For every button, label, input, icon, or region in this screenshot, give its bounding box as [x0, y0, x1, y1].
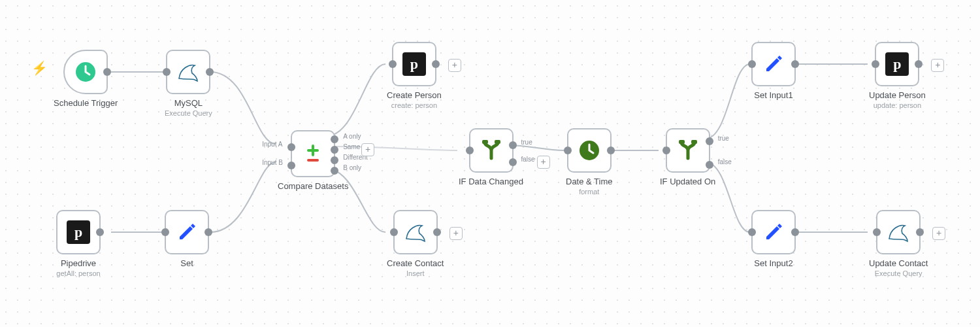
out-label-true: true	[718, 135, 729, 142]
node-subtitle: Execute Query	[869, 269, 928, 277]
node-set-input2[interactable]: Set Input2	[751, 210, 796, 268]
add-output-button[interactable]: +	[932, 227, 945, 240]
node-subtitle: Insert	[387, 269, 444, 277]
add-output-button[interactable]: +	[448, 59, 461, 72]
plus-minus-icon	[301, 142, 325, 165]
node-title: MySQL	[165, 98, 212, 108]
pipedrive-icon: p	[402, 52, 426, 76]
add-output-button[interactable]: +	[931, 59, 944, 72]
node-title: Set Input2	[754, 258, 792, 268]
node-title: Set Input1	[754, 90, 792, 100]
mysql-dolphin-icon	[175, 59, 201, 85]
in-label-b: Input B	[262, 159, 283, 166]
node-update-contact[interactable]: + Update Contact Execute Query	[869, 210, 928, 277]
mysql-dolphin-icon	[885, 219, 911, 245]
add-output-button[interactable]: +	[537, 156, 550, 169]
node-title: Date & Time	[566, 177, 613, 186]
svg-rect-2	[495, 140, 500, 144]
node-title: IF Updated On	[660, 177, 715, 186]
node-title: IF Data Changed	[459, 177, 523, 186]
out-label-false: false	[521, 156, 535, 163]
out-label-b-only: B only	[343, 164, 361, 171]
out-label-false: false	[718, 158, 732, 165]
out-label-true: true	[521, 139, 532, 146]
node-update-person[interactable]: p + Update Person update: person	[869, 42, 926, 109]
node-date-time[interactable]: Date & Time format	[566, 128, 613, 196]
node-subtitle: format	[566, 188, 613, 196]
branch-icon	[480, 139, 503, 162]
node-subtitle: getAll: person	[56, 269, 100, 277]
node-title: Compare Datasets	[278, 181, 348, 191]
node-set-input1[interactable]: Set Input1	[751, 42, 796, 100]
pencil-icon	[762, 53, 785, 75]
mysql-dolphin-icon	[402, 219, 429, 245]
svg-rect-5	[691, 140, 697, 144]
node-create-person[interactable]: p + Create Person create: person	[387, 42, 442, 109]
pencil-icon	[762, 221, 785, 243]
pencil-icon	[176, 221, 198, 243]
node-pipedrive[interactable]: p Pipedrive getAll: person	[56, 210, 101, 277]
pipedrive-icon: p	[885, 52, 909, 76]
out-label-a-only: A only	[343, 133, 361, 140]
in-label-a: Input A	[262, 141, 282, 148]
node-set[interactable]: Set	[165, 210, 209, 268]
out-label-same: Same	[343, 143, 360, 150]
node-if-updated-on[interactable]: true false IF Updated On	[660, 128, 715, 186]
svg-rect-4	[679, 140, 685, 144]
pipedrive-icon: p	[67, 220, 90, 244]
node-subtitle: update: person	[869, 101, 926, 109]
workflow-canvas[interactable]: ⚡ Schedule Trigger MySQL Execute Query	[0, 0, 980, 327]
node-create-contact[interactable]: + Create Contact Insert	[387, 210, 444, 277]
branch-icon	[676, 139, 700, 162]
clock-solid-icon	[578, 139, 601, 162]
node-compare-datasets[interactable]: Input A Input B A only Same Different B …	[278, 130, 348, 191]
clock-icon	[74, 60, 97, 84]
node-if-data-changed[interactable]: true false + IF Data Changed	[459, 128, 523, 186]
svg-rect-1	[482, 140, 488, 144]
node-subtitle: Execute Query	[165, 109, 212, 117]
node-title: Set	[180, 258, 193, 268]
add-output-button[interactable]: +	[361, 143, 374, 156]
trigger-bolt-icon: ⚡	[31, 60, 48, 76]
node-schedule-trigger[interactable]: ⚡ Schedule Trigger	[54, 50, 118, 108]
node-title: Schedule Trigger	[54, 98, 118, 108]
node-title: Update Contact	[869, 258, 928, 268]
add-output-button[interactable]: +	[449, 227, 463, 240]
node-subtitle: create: person	[387, 101, 442, 109]
node-title: Create Person	[387, 90, 442, 100]
node-title: Update Person	[869, 90, 926, 100]
node-title: Pipedrive	[56, 258, 100, 268]
node-mysql[interactable]: MySQL Execute Query	[165, 50, 212, 117]
node-title: Create Contact	[387, 258, 444, 268]
